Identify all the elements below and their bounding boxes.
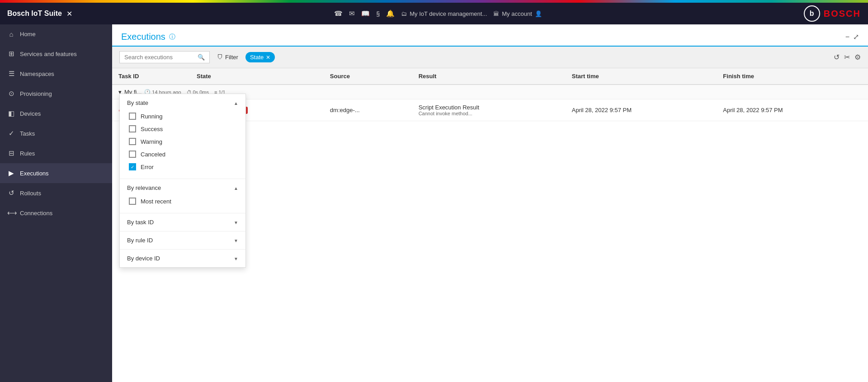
by-state-chevron-up [234,99,238,106]
maximize-button[interactable]: ⤢ [853,33,859,41]
filter-by-device-id[interactable]: By device ID [120,249,245,267]
filter-option-success[interactable]: Success [127,123,238,135]
sidebar-label-devices: Devices [20,110,41,117]
search-box: 🔍 [119,51,210,63]
cell-start-time: April 28, 2022 9:57 PM [566,99,717,121]
by-task-id-label: By task ID [127,219,154,226]
sidebar-item-home[interactable]: ⌂ Home [0,24,112,44]
my-account-link[interactable]: 🏛 My account 👤 [493,10,542,17]
cell-source: dm:edge-... [324,99,412,121]
sidebar-label-namespaces: Namespaces [20,71,54,77]
bell-icon-btn[interactable]: 🔔 [386,9,395,18]
running-checkbox[interactable] [129,113,136,120]
filter-option-warning[interactable]: Warning [127,135,238,148]
warning-checkbox[interactable] [129,138,136,145]
app-title: Bosch IoT Suite [7,9,62,18]
page-header-actions: − ⤢ [845,33,859,41]
sidebar-label-tasks: Tasks [20,130,35,137]
state-chip: State ✕ [245,52,275,62]
bosch-logo: b BOSCH [804,5,861,22]
success-checkbox[interactable] [129,125,136,132]
filter-by-state-section: By state Running Success [120,94,245,179]
filter-by-rule-id[interactable]: By rule ID [120,231,245,249]
header-right: ☎ ✉ 📖 § 🔔 🗂 My IoT device management... … [334,9,542,18]
paragraph-icon-btn[interactable]: § [376,10,380,18]
filter-by-relevance-label: By relevance [127,184,161,191]
filter-by-task-id[interactable]: By task ID [120,213,245,231]
device-management-link[interactable]: 🗂 My IoT device management... [401,10,487,17]
sidebar-item-devices[interactable]: ◧ Devices [0,104,112,123]
toolbar-right: ↺ ✂ ⚙ [834,53,861,61]
close-sidebar-button[interactable]: ✕ [66,9,72,18]
refresh-button[interactable]: ↺ [834,53,840,61]
mail-icon-btn[interactable]: ✉ [349,9,355,18]
sidebar-item-tasks[interactable]: ✓ Tasks [0,123,112,143]
toolbar: 🔍 ⛉ Filter State ✕ ↺ ✂ ⚙ [112,47,868,68]
search-input[interactable] [124,54,195,61]
filter-dropdown: By state Running Success [119,94,246,268]
filter-option-error[interactable]: Error [127,160,238,173]
canceled-checkbox[interactable] [129,151,136,158]
sidebar-item-executions[interactable]: ▶ Executions [0,163,112,183]
sidebar-item-services[interactable]: ⊞ Services and features [0,44,112,64]
sidebar-label-rules: Rules [20,150,35,157]
info-icon[interactable]: ⓘ [169,33,175,41]
settings-button[interactable]: ⚙ [854,53,861,61]
account-text: My account [502,10,532,17]
bosch-logo-icon: b [804,5,820,22]
devices-icon: ◧ [7,109,15,118]
state-chip-label: State [250,54,264,61]
by-rule-id-label: By rule ID [127,237,153,244]
canceled-label: Canceled [141,151,165,158]
filter-option-most-recent[interactable]: Most recent [127,195,238,208]
most-recent-label: Most recent [141,198,171,205]
by-relevance-chevron-up [234,184,238,191]
device-management-text: My IoT device management... [410,10,487,17]
top-header: Bosch IoT Suite ✕ ☎ ✉ 📖 § 🔔 🗂 My IoT dev… [0,3,868,24]
sidebar-item-rules[interactable]: ⊟ Rules [0,143,112,163]
rules-icon: ⊟ [7,149,15,157]
phone-icon-btn[interactable]: ☎ [334,9,343,18]
namespaces-icon: ☰ [7,70,15,78]
most-recent-checkbox[interactable] [129,198,136,205]
minimize-button[interactable]: − [845,33,849,41]
bosch-text: BOSCH [824,9,861,19]
filter-icon: ⛉ [217,54,223,61]
sidebar-item-rollouts[interactable]: ↺ Rollouts [0,183,112,203]
table-header-row: Task ID State Source Result Start time F… [112,68,868,85]
book-icon-btn[interactable]: 📖 [361,9,370,18]
executions-icon: ▶ [7,169,15,177]
connections-icon: ⟷ [7,209,15,217]
page-header: Executions ⓘ − ⤢ [112,24,868,47]
sidebar-item-connections[interactable]: ⟷ Connections [0,203,112,223]
home-icon: ⌂ [7,30,15,38]
warning-label: Warning [141,138,162,145]
content-area: Executions ⓘ − ⤢ 🔍 ⛉ Filter [112,24,868,382]
filter-option-running[interactable]: Running [127,110,238,123]
page-title-row: Executions ⓘ [121,32,175,42]
cell-finish-time: April 28, 2022 9:57 PM [717,99,868,121]
sidebar-label-executions: Executions [20,170,49,177]
filter-by-state-header[interactable]: By state [127,99,238,106]
sidebar-label-rollouts: Rollouts [20,190,41,197]
running-label: Running [141,113,162,120]
state-chip-close[interactable]: ✕ [266,55,270,60]
col-result: Result [412,68,566,85]
sidebar-label-connections: Connections [20,210,52,217]
sidebar: ⌂ Home ⊞ Services and features ☰ Namespa… [0,24,112,382]
search-icon: 🔍 [198,54,205,61]
sidebar-label-provisioning: Provisioning [20,90,52,97]
filter-by-relevance-header[interactable]: By relevance [127,184,238,191]
sidebar-item-provisioning[interactable]: ⊙ Provisioning [0,84,112,104]
folder-icon: 🗂 [401,10,407,17]
services-icon: ⊞ [7,50,15,58]
error-checkbox[interactable] [129,163,136,170]
sidebar-label-home: Home [20,31,36,38]
filter-by-state-label: By state [127,99,148,106]
cut-button[interactable]: ✂ [844,53,850,61]
table-container: Task ID State Source Result Start time F… [112,68,868,382]
filter-button[interactable]: ⛉ Filter [213,52,242,63]
sidebar-item-namespaces[interactable]: ☰ Namespaces [0,64,112,84]
tasks-icon: ✓ [7,129,15,137]
filter-option-canceled[interactable]: Canceled [127,148,238,160]
